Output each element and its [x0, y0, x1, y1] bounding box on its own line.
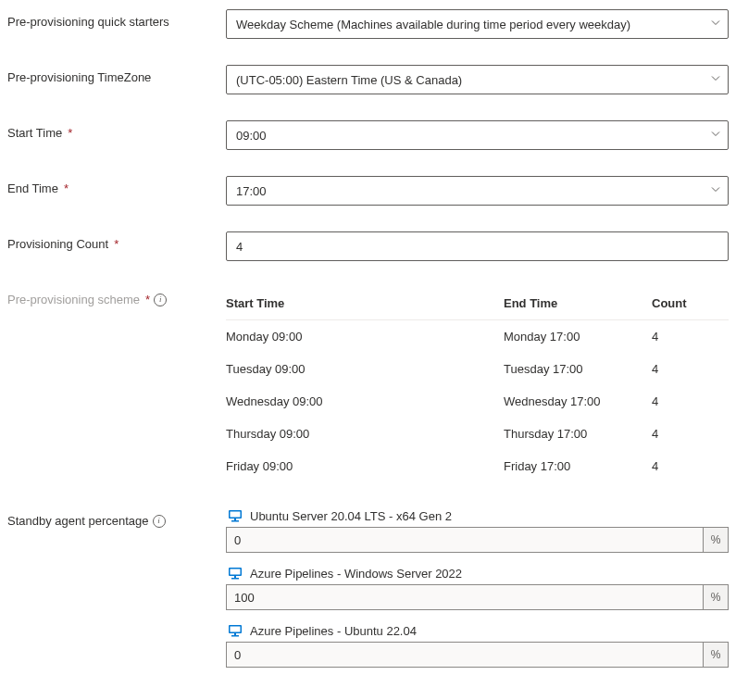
- vm-icon: [228, 566, 243, 581]
- table-header: Start Time End Time Count: [226, 287, 729, 320]
- cell-count: 4: [652, 330, 729, 344]
- cell-end-time: Monday 17:00: [504, 330, 652, 344]
- timezone-select[interactable]: (UTC-05:00) Eastern Time (US & Canada): [226, 65, 729, 94]
- agent-block: Ubuntu Server 20.04 LTS - x64 Gen 2%: [226, 508, 729, 553]
- quick-starters-label: Pre-provisioning quick starters: [7, 9, 226, 29]
- header-end-time: End Time: [504, 296, 652, 310]
- provisioning-count-label: Provisioning Count*: [7, 231, 226, 251]
- start-time-label: Start Time*: [7, 120, 226, 140]
- cell-end-time: Tuesday 17:00: [504, 362, 652, 376]
- info-icon[interactable]: i: [153, 515, 166, 528]
- cell-end-time: Friday 17:00: [504, 459, 652, 473]
- agent-percentage-input[interactable]: [226, 527, 703, 553]
- start-time-select[interactable]: 09:00: [226, 120, 729, 150]
- info-icon[interactable]: i: [154, 294, 167, 306]
- cell-end-time: Wednesday 17:00: [504, 394, 652, 408]
- agent-name: Ubuntu Server 20.04 LTS - x64 Gen 2: [250, 509, 452, 523]
- table-row: Tuesday 09:00Tuesday 17:004: [226, 353, 729, 385]
- cell-count: 4: [652, 427, 729, 441]
- cell-start-time: Wednesday 09:00: [226, 394, 504, 408]
- header-count: Count: [652, 296, 729, 310]
- header-start-time: Start Time: [226, 296, 504, 310]
- cell-start-time: Monday 09:00: [226, 330, 504, 344]
- cell-start-time: Tuesday 09:00: [226, 362, 504, 376]
- percent-suffix: %: [703, 584, 729, 610]
- agent-percentage-input[interactable]: [226, 642, 703, 668]
- agent-name: Azure Pipelines - Windows Server 2022: [250, 567, 462, 581]
- cell-end-time: Thursday 17:00: [504, 427, 652, 441]
- cell-count: 4: [652, 459, 729, 473]
- table-row: Thursday 09:00Thursday 17:004: [226, 418, 729, 450]
- svg-rect-3: [231, 520, 239, 522]
- svg-rect-1: [231, 512, 241, 518]
- cell-count: 4: [652, 394, 729, 408]
- table-row: Wednesday 09:00Wednesday 17:004: [226, 385, 729, 418]
- timezone-label: Pre-provisioning TimeZone: [7, 65, 226, 84]
- end-time-select[interactable]: 17:00: [226, 176, 729, 206]
- provisioning-count-input[interactable]: [226, 231, 729, 261]
- svg-rect-5: [231, 569, 241, 575]
- table-row: Friday 09:00Friday 17:004: [226, 450, 729, 482]
- agent-block: Azure Pipelines - Ubuntu 22.04%: [226, 623, 729, 668]
- svg-rect-9: [231, 627, 241, 632]
- svg-rect-2: [234, 519, 236, 520]
- table-row: Monday 09:00Monday 17:004: [226, 320, 729, 353]
- percent-suffix: %: [703, 642, 729, 668]
- svg-rect-10: [234, 633, 236, 635]
- end-time-label: End Time*: [7, 176, 226, 195]
- cell-start-time: Friday 09:00: [226, 459, 504, 473]
- cell-start-time: Thursday 09:00: [226, 427, 504, 441]
- agent-percentage-input[interactable]: [226, 584, 703, 610]
- percent-suffix: %: [703, 527, 729, 553]
- svg-rect-11: [231, 635, 239, 637]
- vm-icon: [228, 508, 243, 523]
- standby-agent-label: Standby agent percentage i: [7, 508, 226, 528]
- scheme-table: Start Time End Time Count Monday 09:00Mo…: [226, 287, 729, 482]
- scheme-label: Pre-provisioning scheme* i: [7, 287, 226, 306]
- svg-rect-7: [231, 578, 239, 580]
- svg-rect-6: [234, 576, 236, 578]
- quick-starters-select[interactable]: Weekday Scheme (Machines available durin…: [226, 9, 729, 39]
- agent-block: Azure Pipelines - Windows Server 2022%: [226, 566, 729, 610]
- agent-name: Azure Pipelines - Ubuntu 22.04: [250, 624, 417, 638]
- cell-count: 4: [652, 362, 729, 376]
- vm-icon: [228, 623, 243, 638]
